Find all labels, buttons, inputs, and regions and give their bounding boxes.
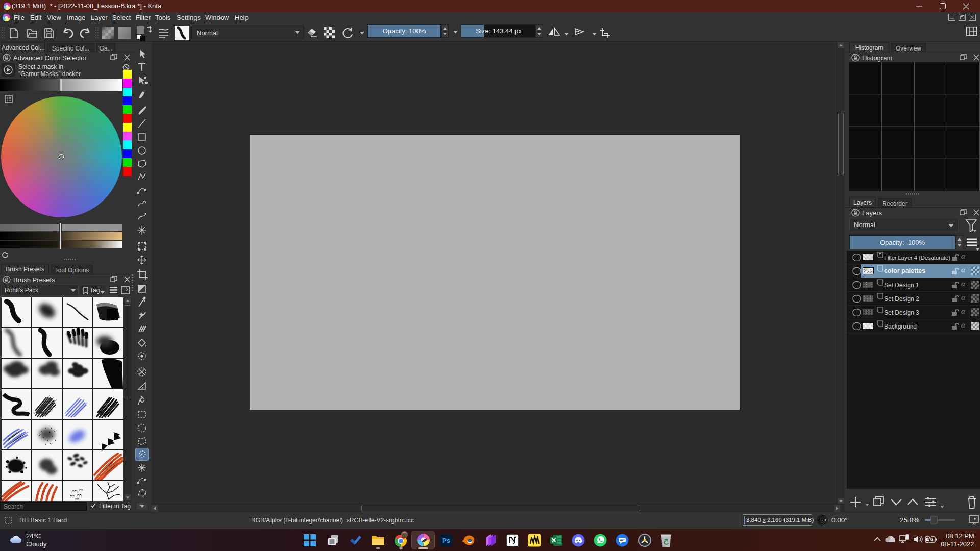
- svg-text:Normal: Normal: [197, 29, 218, 37]
- svg-text:Ps: Ps: [442, 537, 450, 544]
